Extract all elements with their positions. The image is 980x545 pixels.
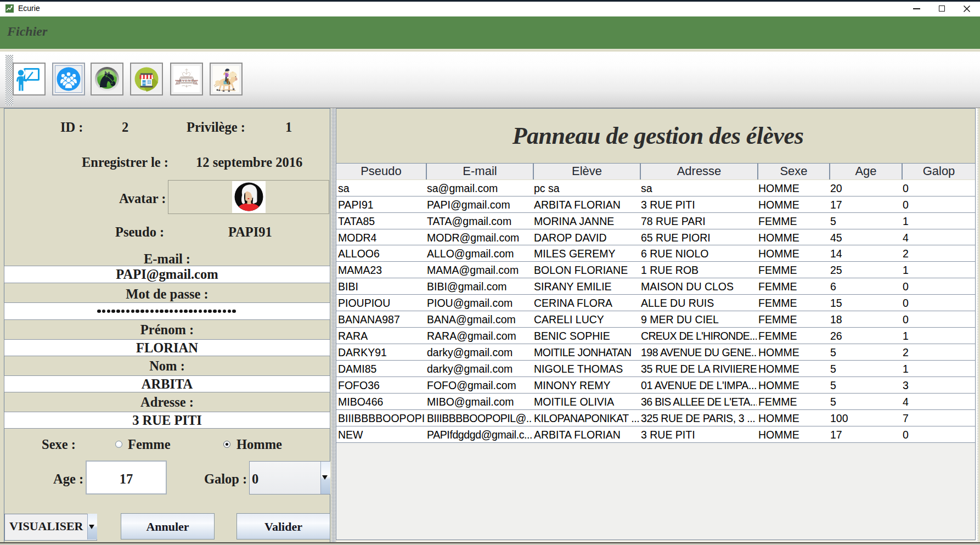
svg-text:EVENT: EVENT xyxy=(179,78,193,82)
